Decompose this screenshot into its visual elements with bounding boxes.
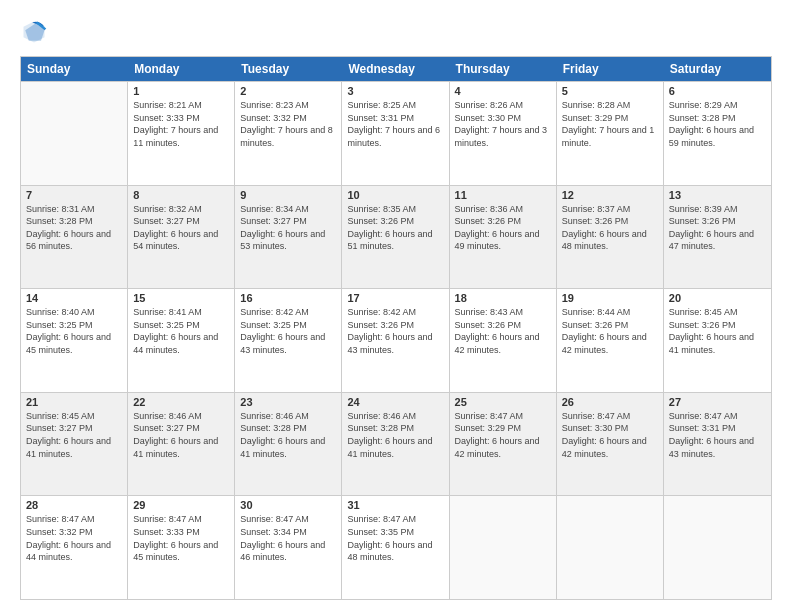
weekday-header: Tuesday [235,57,342,81]
day-number: 21 [26,396,122,408]
day-number: 26 [562,396,658,408]
calendar-cell: 2Sunrise: 8:23 AM Sunset: 3:32 PM Daylig… [235,82,342,185]
day-number: 7 [26,189,122,201]
day-info: Sunrise: 8:29 AM Sunset: 3:28 PM Dayligh… [669,99,766,149]
day-number: 1 [133,85,229,97]
day-number: 12 [562,189,658,201]
page: SundayMondayTuesdayWednesdayThursdayFrid… [0,0,792,612]
day-number: 30 [240,499,336,511]
calendar-row: 1Sunrise: 8:21 AM Sunset: 3:33 PM Daylig… [21,81,771,185]
calendar-cell [557,496,664,599]
day-info: Sunrise: 8:43 AM Sunset: 3:26 PM Dayligh… [455,306,551,356]
weekday-header: Thursday [450,57,557,81]
day-number: 9 [240,189,336,201]
calendar-cell: 19Sunrise: 8:44 AM Sunset: 3:26 PM Dayli… [557,289,664,392]
day-info: Sunrise: 8:36 AM Sunset: 3:26 PM Dayligh… [455,203,551,253]
calendar-cell: 22Sunrise: 8:46 AM Sunset: 3:27 PM Dayli… [128,393,235,496]
day-info: Sunrise: 8:46 AM Sunset: 3:27 PM Dayligh… [133,410,229,460]
calendar-cell: 9Sunrise: 8:34 AM Sunset: 3:27 PM Daylig… [235,186,342,289]
calendar-row: 28Sunrise: 8:47 AM Sunset: 3:32 PM Dayli… [21,495,771,599]
day-info: Sunrise: 8:47 AM Sunset: 3:33 PM Dayligh… [133,513,229,563]
calendar-cell: 12Sunrise: 8:37 AM Sunset: 3:26 PM Dayli… [557,186,664,289]
weekday-header: Monday [128,57,235,81]
calendar-cell: 30Sunrise: 8:47 AM Sunset: 3:34 PM Dayli… [235,496,342,599]
calendar-cell [21,82,128,185]
day-info: Sunrise: 8:40 AM Sunset: 3:25 PM Dayligh… [26,306,122,356]
weekday-header: Friday [557,57,664,81]
weekday-header: Wednesday [342,57,449,81]
day-info: Sunrise: 8:23 AM Sunset: 3:32 PM Dayligh… [240,99,336,149]
day-info: Sunrise: 8:28 AM Sunset: 3:29 PM Dayligh… [562,99,658,149]
calendar-cell: 7Sunrise: 8:31 AM Sunset: 3:28 PM Daylig… [21,186,128,289]
day-number: 8 [133,189,229,201]
day-number: 16 [240,292,336,304]
day-info: Sunrise: 8:42 AM Sunset: 3:25 PM Dayligh… [240,306,336,356]
calendar-cell: 11Sunrise: 8:36 AM Sunset: 3:26 PM Dayli… [450,186,557,289]
calendar-cell: 8Sunrise: 8:32 AM Sunset: 3:27 PM Daylig… [128,186,235,289]
calendar-cell: 31Sunrise: 8:47 AM Sunset: 3:35 PM Dayli… [342,496,449,599]
calendar-cell [664,496,771,599]
calendar-cell: 5Sunrise: 8:28 AM Sunset: 3:29 PM Daylig… [557,82,664,185]
day-info: Sunrise: 8:47 AM Sunset: 3:30 PM Dayligh… [562,410,658,460]
day-info: Sunrise: 8:41 AM Sunset: 3:25 PM Dayligh… [133,306,229,356]
day-info: Sunrise: 8:35 AM Sunset: 3:26 PM Dayligh… [347,203,443,253]
calendar-cell: 20Sunrise: 8:45 AM Sunset: 3:26 PM Dayli… [664,289,771,392]
day-info: Sunrise: 8:37 AM Sunset: 3:26 PM Dayligh… [562,203,658,253]
day-number: 19 [562,292,658,304]
day-number: 14 [26,292,122,304]
calendar-cell: 4Sunrise: 8:26 AM Sunset: 3:30 PM Daylig… [450,82,557,185]
calendar-cell: 13Sunrise: 8:39 AM Sunset: 3:26 PM Dayli… [664,186,771,289]
calendar-cell: 26Sunrise: 8:47 AM Sunset: 3:30 PM Dayli… [557,393,664,496]
calendar-cell: 6Sunrise: 8:29 AM Sunset: 3:28 PM Daylig… [664,82,771,185]
day-info: Sunrise: 8:45 AM Sunset: 3:27 PM Dayligh… [26,410,122,460]
day-number: 10 [347,189,443,201]
day-number: 3 [347,85,443,97]
day-number: 6 [669,85,766,97]
day-number: 29 [133,499,229,511]
day-number: 28 [26,499,122,511]
day-info: Sunrise: 8:45 AM Sunset: 3:26 PM Dayligh… [669,306,766,356]
day-info: Sunrise: 8:47 AM Sunset: 3:35 PM Dayligh… [347,513,443,563]
day-info: Sunrise: 8:26 AM Sunset: 3:30 PM Dayligh… [455,99,551,149]
day-info: Sunrise: 8:47 AM Sunset: 3:34 PM Dayligh… [240,513,336,563]
calendar-cell [450,496,557,599]
calendar-cell: 15Sunrise: 8:41 AM Sunset: 3:25 PM Dayli… [128,289,235,392]
calendar-cell: 23Sunrise: 8:46 AM Sunset: 3:28 PM Dayli… [235,393,342,496]
calendar-body: 1Sunrise: 8:21 AM Sunset: 3:33 PM Daylig… [21,81,771,599]
day-number: 15 [133,292,229,304]
day-info: Sunrise: 8:42 AM Sunset: 3:26 PM Dayligh… [347,306,443,356]
header [20,18,772,46]
day-number: 22 [133,396,229,408]
day-number: 5 [562,85,658,97]
day-number: 25 [455,396,551,408]
calendar-cell: 29Sunrise: 8:47 AM Sunset: 3:33 PM Dayli… [128,496,235,599]
weekday-header: Sunday [21,57,128,81]
calendar-header: SundayMondayTuesdayWednesdayThursdayFrid… [21,57,771,81]
day-info: Sunrise: 8:46 AM Sunset: 3:28 PM Dayligh… [347,410,443,460]
day-number: 4 [455,85,551,97]
day-info: Sunrise: 8:39 AM Sunset: 3:26 PM Dayligh… [669,203,766,253]
day-number: 24 [347,396,443,408]
day-info: Sunrise: 8:32 AM Sunset: 3:27 PM Dayligh… [133,203,229,253]
calendar-row: 7Sunrise: 8:31 AM Sunset: 3:28 PM Daylig… [21,185,771,289]
calendar: SundayMondayTuesdayWednesdayThursdayFrid… [20,56,772,600]
calendar-cell: 14Sunrise: 8:40 AM Sunset: 3:25 PM Dayli… [21,289,128,392]
calendar-row: 21Sunrise: 8:45 AM Sunset: 3:27 PM Dayli… [21,392,771,496]
day-info: Sunrise: 8:31 AM Sunset: 3:28 PM Dayligh… [26,203,122,253]
logo-icon [20,18,48,46]
calendar-cell: 3Sunrise: 8:25 AM Sunset: 3:31 PM Daylig… [342,82,449,185]
day-number: 27 [669,396,766,408]
day-number: 20 [669,292,766,304]
calendar-cell: 18Sunrise: 8:43 AM Sunset: 3:26 PM Dayli… [450,289,557,392]
day-number: 31 [347,499,443,511]
calendar-cell: 25Sunrise: 8:47 AM Sunset: 3:29 PM Dayli… [450,393,557,496]
day-info: Sunrise: 8:34 AM Sunset: 3:27 PM Dayligh… [240,203,336,253]
calendar-cell: 21Sunrise: 8:45 AM Sunset: 3:27 PM Dayli… [21,393,128,496]
calendar-cell: 1Sunrise: 8:21 AM Sunset: 3:33 PM Daylig… [128,82,235,185]
day-number: 13 [669,189,766,201]
logo [20,18,52,46]
day-number: 2 [240,85,336,97]
day-info: Sunrise: 8:47 AM Sunset: 3:32 PM Dayligh… [26,513,122,563]
day-number: 17 [347,292,443,304]
calendar-cell: 16Sunrise: 8:42 AM Sunset: 3:25 PM Dayli… [235,289,342,392]
